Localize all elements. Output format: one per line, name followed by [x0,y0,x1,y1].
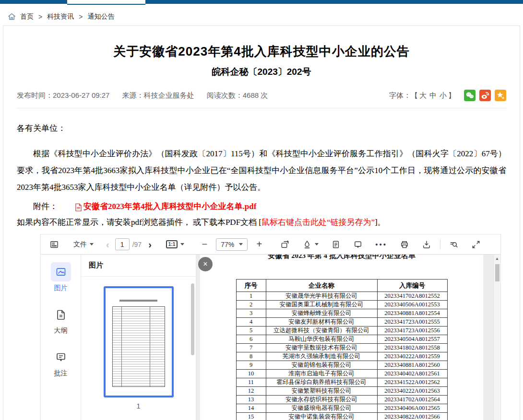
zoom-level-dropdown[interactable]: 77% [216,238,248,251]
comment-icon[interactable] [353,240,363,249]
image-icon [55,266,67,278]
table-row: 4安徽友邦新材料有限公司2023341723A0012555 [236,318,447,327]
fit-mode-dropdown[interactable]: 1:1 [166,240,184,248]
breadcrumb-separator: > [79,13,83,21]
table-row: 1安徽晟华光学科技有限公司2023341702A8012552 [236,292,447,301]
sidebar-item-label: 大纲 [54,327,68,335]
registration-code: 2023340506A0012553 [377,301,447,309]
article-panel: 关于安徽省2023年第4批入库科技型中小企业的公告 皖科企秘〔2023〕202号… [3,25,520,420]
breadcrumb-separator: > [38,13,42,21]
actual-size-icon: 1:1 [166,240,178,248]
font-large-button[interactable]: 大 [419,91,427,99]
pdf-page-title: 安徽省 2023 年第 4 批入库科技型中小企业名单 [200,255,483,261]
font-size-label: 字体：【 [389,91,418,99]
prev-page-button[interactable]: ‹ [106,240,109,249]
company-name: 安徽友邦新材料有限公司 [266,318,377,327]
registration-code: 2023340222A8012559 [377,352,447,361]
chevron-down-icon [239,243,243,245]
company-name: 安徽宇呈数据技术有限公司 [266,344,377,352]
font-medium-button[interactable]: 中 [429,91,437,99]
table-row: 10淮南市启迪电子有限公司2023340402A8012561 [236,370,447,378]
source: 来源：科技企业服务处 [122,91,194,99]
registration-code: 2023340406A0012565 [377,404,447,413]
note-prefix: 如果内容不能正常显示，请安装pdf浏览器插件， 或下载本PDF文档 [ [17,218,262,227]
breadcrumb-notices[interactable]: 通知公告 [87,12,114,21]
sidebar-item-images[interactable]: 图片 [51,262,71,292]
thumbnail-scrollbar[interactable] [191,283,194,355]
scrollbar-thumb[interactable] [495,264,499,281]
attachment-pdf-link[interactable]: 安徽省2023年第4批入库科技型中小企业名单.pdf [67,200,256,213]
table-row: 2安徽国奥重工机械制造有限公司2023340506A0012553 [236,301,447,309]
company-name: 立达超微科技（安徽青阳）有限公司 [266,327,377,335]
pdf-main-view: × 安徽省 2023 年第 4 批入库科技型中小企业名单 序号 企业名称 入库编… [196,255,500,420]
outline-doc-icon [55,309,67,320]
col-header-company: 企业名称 [266,280,377,292]
table-row: 15安徽中诺集装袋有限公司2023340822A0012566 [236,413,447,420]
page-thumbnail-1[interactable] [104,286,174,397]
breadcrumb-tech-news[interactable]: 科技资讯 [47,12,74,21]
sidebar-item-annotations[interactable]: 批注 [51,348,71,378]
table-header-row: 序号 企业名称 入库编号 [236,280,447,292]
chevron-down-icon [180,243,184,245]
page-number-input[interactable] [115,238,130,250]
publish-time: 发布时间：2023-06-27 09:27 [17,91,109,99]
sidebar-toggle-icon[interactable] [49,240,59,249]
company-name: 安徽前锦包装有限公司 [266,361,377,370]
top-nav-active-tab[interactable] [67,0,145,5]
zoom-level-value: 77% [221,241,234,248]
download-icon[interactable] [422,240,431,249]
highlight-fill-dropdown[interactable] [302,240,319,249]
pdf-toolbar: 文件 ‹ /97 › 1:1 − 77% + [41,234,500,255]
zoom-out-button[interactable]: − [200,239,209,250]
thumbnail-page-number: 1 [81,402,196,410]
font-size-label-end: 】 [448,91,455,99]
save-as-link[interactable]: 鼠标右键点击此处“链接另存为” [262,218,375,227]
company-name: 安徽国奥重工机械制造有限公司 [266,301,377,309]
file-menu[interactable]: 文件 [73,240,94,249]
print-icon[interactable] [400,240,409,249]
salutation: 各有关单位： [17,120,506,137]
table-row: 5立达超微科技（安徽青阳）有限公司2023341723A0012556 [236,327,447,335]
site-top-strip [0,0,523,6]
pdf-note-line: 如果内容不能正常显示，请安装pdf浏览器插件， 或下载本PDF文档 [鼠标右键点… [17,216,506,229]
scroll-up-arrow[interactable]: ▲ [494,257,500,261]
registration-code: 2023341723A0012555 [377,318,447,327]
more-options-icon[interactable]: ••• [375,240,387,248]
breadcrumb-home[interactable]: 首页 [20,12,34,21]
row-index: 5 [236,327,266,335]
fullscreen-icon[interactable] [471,240,481,249]
pdf-page: 安徽省 2023 年第 4 批入库科技型中小企业名单 序号 企业名称 入库编号 … [200,255,483,420]
close-panel-button[interactable]: × [198,257,213,271]
weibo-share-icon[interactable] [479,90,491,101]
home-icon[interactable] [7,12,16,21]
registration-code: 2023340222A0012563 [377,387,447,396]
pdf-scrollbar[interactable]: ▲ [493,255,500,420]
annotation-comment-icon [55,351,67,363]
next-page-button[interactable]: › [148,240,152,249]
registration-code: 2023341522A0012562 [377,378,447,387]
favorite-star-icon[interactable] [495,90,506,101]
table-row: 8芜湖市久强轴承制造有限公司2023340222A8012559 [236,352,447,361]
table-row: 13安徽永存纺织科技有限公司2023341702A0012564 [236,396,447,404]
table-row: 14安徽盛琅电器有限公司2023340406A0012565 [236,404,447,413]
zoom-in-button[interactable]: + [254,239,264,250]
row-index: 15 [236,413,266,420]
rotate-page-icon[interactable] [280,240,290,249]
document-text-icon[interactable] [331,240,341,249]
registration-code: 2023340881A8012560 [377,361,447,370]
wechat-share-icon[interactable] [464,90,475,101]
chevron-down-icon [315,243,319,245]
thumbnail-title-line [119,300,157,302]
table-row: 6马鞍山华庆包装有限公司2023340504A8012557 [236,335,447,344]
table-row: 3安徽蜂献蜂业有限公司2023340881A8012554 [236,309,447,318]
company-name: 马鞍山华庆包装有限公司 [266,335,377,344]
toolbar-divider [440,239,440,250]
thumbnail-panel-title: 图片 [81,255,196,277]
font-small-button[interactable]: 小 [440,91,447,99]
registration-code: 2023340504A8012557 [377,335,447,344]
table-row: 7安徽宇呈数据技术有限公司2023341802A8012558 [236,344,447,352]
row-index: 6 [236,335,266,344]
sidebar-item-outline[interactable]: 大纲 [51,305,71,335]
search-icon[interactable] [449,240,459,249]
row-index: 4 [236,318,266,327]
